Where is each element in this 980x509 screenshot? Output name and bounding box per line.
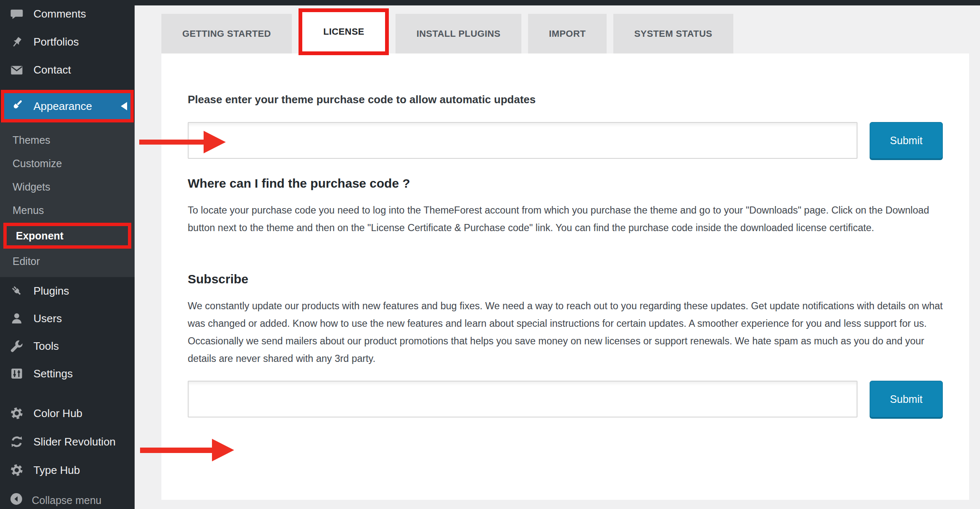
setup-tabs: GETTING STARTED LICENSE INSTALL PLUGINS … bbox=[161, 14, 980, 53]
sidebar-subitem-widgets[interactable]: Widgets bbox=[0, 175, 135, 199]
sidebar-collapse-menu[interactable]: Collapse menu bbox=[0, 491, 135, 509]
license-panel: Please enter your theme purchase code to… bbox=[161, 53, 969, 500]
sidebar-item-label: Comments bbox=[33, 8, 86, 20]
sidebar-item-contact[interactable]: Contact bbox=[0, 56, 135, 84]
gear-icon bbox=[9, 406, 24, 421]
find-code-heading: Where can I find the purchase code ? bbox=[188, 176, 943, 191]
sidebar-item-appearance[interactable]: Appearance bbox=[4, 93, 130, 119]
sidebar-subitem-menus[interactable]: Menus bbox=[0, 199, 135, 222]
admin-top-bar bbox=[0, 0, 980, 5]
find-code-text: To locate your purchase code you need to… bbox=[188, 201, 943, 237]
annotation-red-box-license-tab: LICENSE bbox=[299, 8, 389, 55]
purchase-submit-button[interactable]: Submit bbox=[870, 122, 943, 159]
tab-system-status[interactable]: SYSTEM STATUS bbox=[613, 14, 733, 53]
sidebar-item-label: Users bbox=[33, 312, 62, 325]
purchase-code-heading: Please enter your theme purchase code to… bbox=[188, 93, 943, 106]
annotation-red-box-appearance: Appearance bbox=[1, 90, 134, 122]
sidebar-item-users[interactable]: Users bbox=[0, 305, 135, 332]
refresh-icon bbox=[9, 434, 24, 449]
sidebar-item-label: Plugins bbox=[33, 285, 69, 298]
sidebar-item-portfolios[interactable]: Portfolios bbox=[0, 28, 135, 56]
sidebar-item-settings[interactable]: Settings bbox=[0, 360, 135, 387]
wrench-icon bbox=[9, 338, 24, 354]
collapse-icon bbox=[9, 492, 23, 509]
tab-license[interactable]: LICENSE bbox=[302, 12, 385, 51]
submenu-open-caret-icon bbox=[121, 102, 127, 110]
sidebar-item-label: Portfolios bbox=[33, 36, 79, 48]
comments-icon bbox=[9, 7, 24, 22]
sidebar-item-label: Collapse menu bbox=[32, 494, 102, 506]
user-icon bbox=[9, 311, 24, 326]
sidebar-item-label: Settings bbox=[33, 367, 73, 380]
sliders-icon bbox=[9, 366, 24, 381]
sidebar-subitem-editor[interactable]: Editor bbox=[0, 249, 135, 273]
sidebar-item-label: Appearance bbox=[33, 100, 92, 113]
tab-getting-started[interactable]: GETTING STARTED bbox=[161, 14, 292, 53]
sidebar-item-color-hub[interactable]: Color Hub bbox=[0, 399, 135, 428]
pushpin-icon bbox=[9, 35, 24, 50]
sidebar-item-label: Color Hub bbox=[33, 407, 82, 420]
annotation-red-box-exponent: Exponent bbox=[3, 223, 131, 249]
subscribe-text: We constantly update our products with n… bbox=[188, 297, 943, 367]
sidebar-subitem-themes[interactable]: Themes bbox=[0, 128, 135, 152]
tab-install-plugins[interactable]: INSTALL PLUGINS bbox=[396, 14, 521, 53]
tab-import[interactable]: IMPORT bbox=[528, 14, 607, 53]
menu-separator bbox=[0, 387, 135, 399]
admin-sidebar: Comments Portfolios Contact Appearance T… bbox=[0, 0, 135, 509]
envelope-icon bbox=[9, 63, 24, 78]
subscribe-input[interactable] bbox=[188, 381, 858, 417]
sidebar-item-tools[interactable]: Tools bbox=[0, 332, 135, 360]
sidebar-item-slider-revolution[interactable]: Slider Revolution bbox=[0, 428, 135, 456]
purchase-code-input[interactable] bbox=[188, 122, 858, 159]
sidebar-item-plugins[interactable]: Plugins bbox=[0, 277, 135, 305]
appearance-submenu: Themes Customize Widgets Menus Exponent … bbox=[0, 122, 135, 277]
brush-icon bbox=[10, 98, 24, 115]
sidebar-item-type-hub[interactable]: Type Hub bbox=[0, 456, 135, 484]
sidebar-item-label: Tools bbox=[33, 340, 59, 353]
sidebar-item-label: Slider Revolution bbox=[33, 435, 116, 448]
sidebar-item-label: Contact bbox=[33, 64, 71, 76]
subscribe-submit-button[interactable]: Submit bbox=[870, 381, 943, 417]
sidebar-item-label: Type Hub bbox=[33, 464, 80, 477]
main-content-area: GETTING STARTED LICENSE INSTALL PLUGINS … bbox=[135, 5, 980, 500]
sidebar-subitem-customize[interactable]: Customize bbox=[0, 152, 135, 175]
subscribe-heading: Subscribe bbox=[188, 272, 943, 286]
sidebar-subitem-exponent[interactable]: Exponent bbox=[7, 226, 128, 245]
gear-icon bbox=[9, 463, 24, 478]
plug-icon bbox=[9, 283, 24, 298]
